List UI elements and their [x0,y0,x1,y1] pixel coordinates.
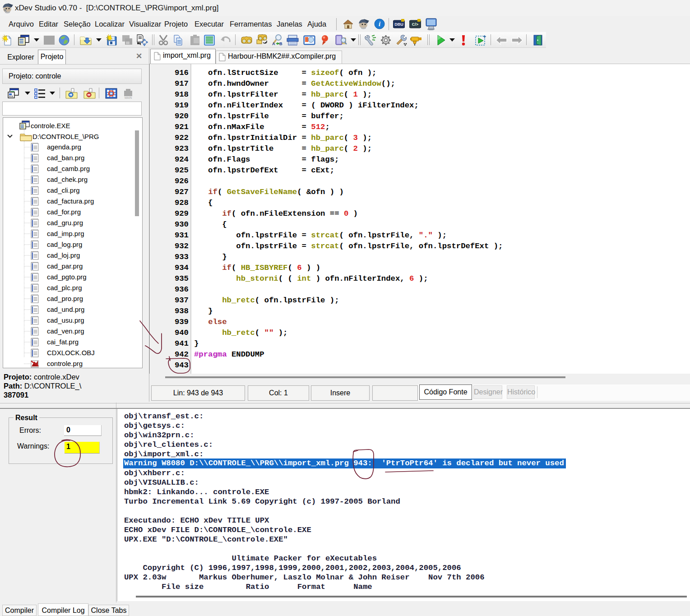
svg-text:DBU: DBU [394,22,403,27]
svg-text:C/>: C/> [412,22,418,27]
svg-text:MAIN: MAIN [125,96,132,99]
svg-text:B: B [279,42,282,46]
svg-text:A: A [272,42,275,46]
